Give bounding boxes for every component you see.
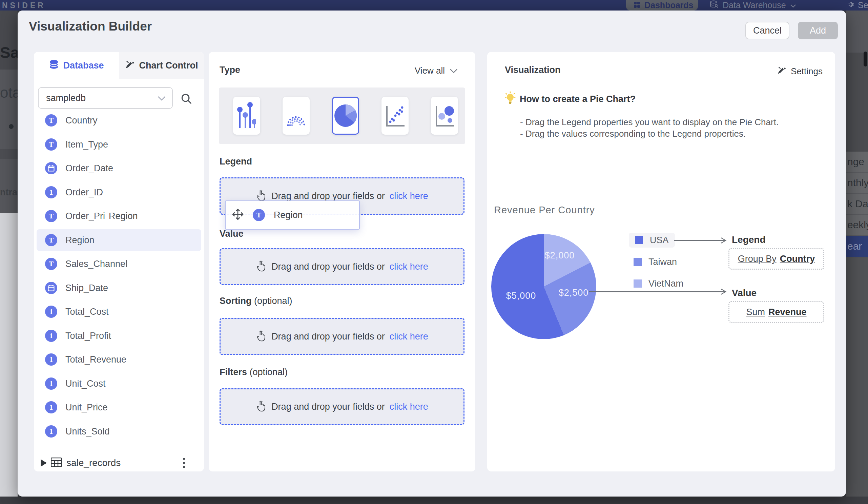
nav-settings-label: Setti [858,0,868,10]
chart-type-bubble[interactable] [431,97,458,135]
kebab-menu-icon[interactable] [183,458,185,468]
field-label: Total_Revenue [65,354,126,365]
click-hand-icon [256,260,267,273]
chart-type-strip [219,88,465,144]
field-row-sales_channel[interactable]: T Sales_Channel [37,253,201,275]
field-row-order_id[interactable]: 1 Order_ID [37,181,201,203]
field-row-unit_cost[interactable]: 1 Unit_Cost [37,373,201,394]
group-by-prefix: Group By [738,254,776,264]
nav-dashboards-button[interactable]: Dashboards [626,0,698,10]
visualization-title: Visualization [505,65,561,75]
click-hand-icon [256,400,267,413]
callout-value-label: Value [732,288,756,299]
drag-tooltip-region[interactable]: T Region [225,200,360,230]
database-source-value: sampledb [46,93,86,103]
legend-item-usa[interactable]: USA [629,233,675,248]
pie-slice-label-usa: $5,000 [506,291,536,301]
background-right-sliver: ngenthlyk Dateeeklyear [846,10,868,496]
lightbulb-icon [504,91,516,105]
settings-label: Settings [791,66,823,77]
background-menu-item: k Date [846,194,868,215]
expand-triangle-icon[interactable] [41,459,47,467]
background-bullet-dot [9,124,13,129]
table-name: sale_records [66,457,121,468]
text-field-type-icon: T [253,209,265,221]
tab-database[interactable]: Database [34,52,119,79]
database-user-icon [710,0,719,10]
tools-icon [777,65,787,77]
group-by-country-box[interactable]: Group By Country [728,248,824,270]
tab-database-label: Database [63,60,104,71]
table-icon [51,457,62,468]
search-icon[interactable] [179,91,194,106]
number-field-type-icon: 1 [45,353,57,366]
legend-swatch [633,280,642,288]
view-all-button[interactable]: View all [415,65,458,76]
background-menu-item: nge [846,152,868,173]
field-row-unit_price[interactable]: 1 Unit_Price [37,396,201,418]
click-hand-icon [256,330,267,343]
background-subheading-partial: ota [0,84,18,101]
field-row-units_sold[interactable]: 1 Units_Sold [37,421,201,442]
background-band-3 [846,258,868,496]
field-row-total_profit[interactable]: 1 Total_Profit [37,325,201,346]
legend-label: USA [650,235,669,245]
cancel-button[interactable]: Cancel [745,22,789,39]
field-row-total_revenue[interactable]: 1 Total_Revenue [37,349,201,370]
page-scrollbar-thumb[interactable] [864,52,867,67]
view-all-label: View all [415,65,445,76]
filters-dropzone[interactable]: Drag and drop your fields or click here [219,389,465,425]
sum-prefix: Sum [746,307,765,317]
filters-section-label: Filters (optional) [219,367,288,377]
chart-type-arc-dots[interactable] [282,97,310,135]
chart-type-scatter[interactable] [382,97,409,135]
type-section-label: Type [219,65,240,75]
dashboards-grid-icon [633,0,640,10]
dropzone-text: Drag and drop your fields or [271,262,385,272]
nav-data-warehouse-button[interactable]: Data Warehouse [710,0,796,10]
dropzone-click-here-link[interactable]: click here [390,191,428,201]
pie-slice-label-taiwan: $2,500 [559,288,589,298]
pie-slice-label-vietnam: $2,000 [545,250,575,261]
tab-chart-control[interactable]: Chart Control [119,52,204,79]
nav-dashboards-label: Dashboards [644,0,693,10]
number-field-type-icon: 1 [45,425,57,437]
dropzone-text: Drag and drop your fields or [271,331,385,342]
field-label: Ship_Date [65,283,108,293]
legend-label: VietNam [649,279,683,289]
drag-tooltip-label: Region [274,210,303,221]
field-row-order_priority[interactable]: T Order_Priority Region [37,205,201,227]
dropzone-click-here-link[interactable]: click here [390,402,428,412]
sorting-dropzone[interactable]: Drag and drop your fields or click here [219,318,465,355]
chevron-down-icon [450,65,458,76]
sum-revenue-box[interactable]: Sum Revenue [728,301,824,323]
dropzone-click-here-link[interactable]: click here [390,331,428,342]
add-button[interactable]: Add [798,22,838,39]
field-row-region[interactable]: T Region [37,229,201,251]
field-row-item_type[interactable]: T Item_Type [37,134,201,155]
gear-icon [846,0,855,10]
settings-button[interactable]: Settings [777,65,823,77]
field-row-total_cost[interactable]: 1 Total_Cost [37,301,201,323]
text-field-type-icon: T [45,234,57,246]
field-label: Units_Sold [65,426,110,437]
field-row-order_date[interactable]: Order_Date [37,158,201,179]
table-row-sale-records[interactable]: sale_records [34,452,204,472]
database-source-select[interactable]: sampledb [38,87,173,109]
field-label: Unit_Price [65,402,108,413]
dropzone-click-here-link[interactable]: click here [390,262,428,272]
background-menu-item: ear [846,236,868,257]
date-field-type-icon [45,162,57,174]
chart-type-lollipop[interactable] [233,97,260,135]
number-field-type-icon: 1 [45,401,57,413]
tip-line-2: - Drag the values corresponding to the L… [520,129,746,139]
value-dropzone[interactable]: Drag and drop your fields or click here [219,248,465,285]
background-menu-item: nthly [846,173,868,194]
field-row-country[interactable]: T Country [37,110,201,131]
nav-settings-button[interactable]: Setti [846,0,868,10]
visualization-builder-modal: Visualization Builder Cancel Add Databas… [18,10,846,496]
chart-type-pie[interactable] [332,97,359,135]
field-label: Total_Profit [65,331,111,341]
legend-item-taiwan[interactable]: Taiwan [633,254,677,269]
field-row-ship_date[interactable]: Ship_Date [37,277,201,299]
